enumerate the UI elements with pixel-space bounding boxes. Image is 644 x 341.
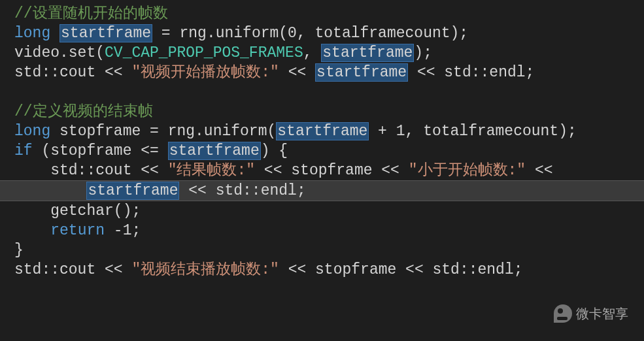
code-line: std::cout << "视频结束播放帧数:" << stopframe <<… <box>0 260 644 280</box>
code-text: ) { <box>261 142 288 159</box>
wechat-icon <box>554 304 572 323</box>
code-text: << std::endl; <box>179 182 305 199</box>
code-line: std::cout << "视频开始播放帧数:" << startframe <… <box>0 63 644 82</box>
code-text: std::cout << <box>14 261 131 278</box>
code-text: << stopframe << <box>255 162 409 179</box>
code-text: = rng.uniform(0, totalframecount); <box>152 25 468 42</box>
code-editor-viewport[interactable]: //设置随机开始的帧数 long startframe = rng.unifor… <box>0 4 644 280</box>
code-line-current: startframe << std::endl; <box>0 180 644 201</box>
code-text: video.set( <box>14 44 105 61</box>
code-line-empty <box>0 82 644 102</box>
control-keyword: if <box>14 142 33 159</box>
watermark: 微卡智享 <box>554 304 628 323</box>
code-text: + 1, totalframecount); <box>369 123 576 140</box>
string-literal: "小于开始帧数:" <box>409 162 526 179</box>
code-line: video.set(CV_CAP_PROP_POS_FRAMES, startf… <box>0 43 644 63</box>
string-literal: "视频开始播放帧数:" <box>131 64 279 81</box>
code-text: << stopframe << std::endl; <box>279 261 523 278</box>
code-text: << std::endl; <box>408 64 534 81</box>
macro-constant: CV_CAP_PROP_POS_FRAMES <box>105 44 303 61</box>
highlighted-variable: startframe <box>59 24 152 42</box>
code-line: } <box>0 240 644 260</box>
code-line: //定义视频的结束帧 <box>0 102 644 122</box>
highlighted-variable: startframe <box>315 63 408 82</box>
watermark-text: 微卡智享 <box>576 305 628 323</box>
code-text: , <box>303 44 322 61</box>
code-text: std::cout << <box>14 162 168 179</box>
code-line: if (stopframe <= startframe) { <box>0 141 644 161</box>
indentation <box>14 222 50 239</box>
type-keyword: long <box>14 25 50 42</box>
code-text: ); <box>414 44 432 61</box>
code-text: (stopframe <= <box>33 142 168 159</box>
code-line: return -1; <box>0 221 644 240</box>
code-line: long stopframe = rng.uniform(startframe … <box>0 122 644 141</box>
code-line: long startframe = rng.uniform(0, totalfr… <box>0 24 644 43</box>
type-keyword: long <box>14 123 50 140</box>
code-line: std::cout << "结果帧数:" << stopframe << "小于… <box>0 161 644 180</box>
code-text: getchar(); <box>14 203 141 219</box>
highlighted-variable: startframe <box>276 122 369 140</box>
control-keyword: return <box>50 222 105 239</box>
code-text: << <box>279 64 315 81</box>
code-line: //设置随机开始的帧数 <box>0 4 644 24</box>
indentation <box>14 182 86 199</box>
code-text: -1; <box>105 222 141 239</box>
code-text: std::cout << <box>14 64 131 81</box>
highlighted-variable: startframe <box>321 44 414 62</box>
code-text: } <box>14 242 24 259</box>
code-text: << <box>526 162 552 179</box>
highlighted-variable: startframe <box>168 142 261 160</box>
string-literal: "结果帧数:" <box>168 162 255 179</box>
highlighted-variable: startframe <box>86 182 179 200</box>
code-line: getchar(); <box>0 201 644 221</box>
code-text: stopframe = rng.uniform( <box>50 123 276 140</box>
comment-text: //定义视频的结束帧 <box>14 103 153 120</box>
comment-text: //设置随机开始的帧数 <box>14 5 168 22</box>
string-literal: "视频结束播放帧数:" <box>131 261 279 278</box>
